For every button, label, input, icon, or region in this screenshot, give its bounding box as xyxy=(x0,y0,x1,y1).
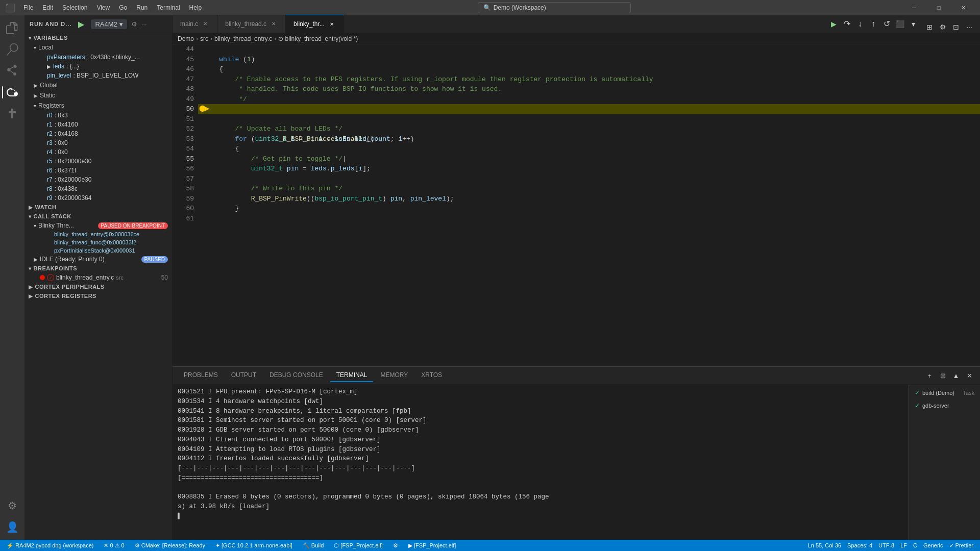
more-debug-button[interactable]: ▾ xyxy=(908,18,919,30)
status-fsp2[interactable]: ▶ [FSP_Project.elf] xyxy=(406,540,459,551)
tab-problems[interactable]: PROBLEMS xyxy=(178,369,224,382)
thread-idle[interactable]: ▶ IDLE (Ready; Priority 0) PAUSED xyxy=(24,255,172,264)
local-section[interactable]: ▾ Local xyxy=(24,42,172,53)
status-fsp1[interactable]: ⬡ [FSP_Project.elf] xyxy=(331,540,385,551)
more-editor-button[interactable]: ··· xyxy=(964,21,975,33)
status-prettier[interactable]: ✓ Prettier xyxy=(947,540,976,551)
status-language[interactable]: C xyxy=(911,540,920,551)
status-remote[interactable]: ⚡ RA4M2 pyocd dbg (workspace) xyxy=(4,540,96,551)
menu-file[interactable]: File xyxy=(19,2,37,13)
call-stack-section[interactable]: ▾ CALL STACK xyxy=(24,212,172,221)
reg-r5: r5: 0x20000e30 xyxy=(24,157,172,166)
var-leds[interactable]: ▶ leds: {...} xyxy=(24,62,172,71)
status-eol[interactable]: LF xyxy=(898,540,910,551)
menu-bar: File Edit Selection View Go Run Terminal… xyxy=(19,2,206,13)
status-build[interactable]: 🔨 Build xyxy=(300,540,326,551)
status-errors[interactable]: ✕ 0 ⚠ 0 xyxy=(101,540,127,551)
menu-terminal[interactable]: Terminal xyxy=(153,2,184,13)
step-into-button[interactable]: ↓ xyxy=(854,18,866,30)
frame-blinky-func[interactable]: blinky_thread_func@0x000033f2 xyxy=(24,238,172,246)
more-icon[interactable]: ··· xyxy=(141,20,147,28)
split-editor-button[interactable]: ⊞ xyxy=(924,21,935,33)
status-remote-text: RA4M2 pyocd dbg (workspace) xyxy=(15,542,93,548)
breadcrumb-sep-3: › xyxy=(274,35,276,42)
search-icon[interactable] xyxy=(2,39,22,60)
tab-xrtos[interactable]: XRTOS xyxy=(415,369,448,382)
debug-icon[interactable] xyxy=(2,82,22,103)
term-line-5: 0001928 I GDB server started on port 500… xyxy=(178,425,975,435)
close-panel-button[interactable]: ✕ xyxy=(964,370,975,381)
build-demo-task[interactable]: ✓ build (Demo) Task xyxy=(912,387,977,398)
frame-blinky-entry[interactable]: blinky_thread_entry@0x000036ce xyxy=(24,230,172,238)
status-spaces[interactable]: Spaces: 4 xyxy=(845,540,875,551)
term-line-6: 0004043 I Client connected to port 50000… xyxy=(178,435,975,445)
menu-run[interactable]: Run xyxy=(132,2,152,13)
extensions-icon[interactable] xyxy=(2,104,22,124)
terminal-content[interactable]: 0001521 I FPU present: FPv5-SP-D16-M [co… xyxy=(173,385,980,540)
menu-edit[interactable]: Edit xyxy=(38,2,57,13)
status-cmake[interactable]: ⚙ CMake: [Release]: Ready xyxy=(132,540,208,551)
var-pin-level: pin_level: BSP_IO_LEVEL_LOW xyxy=(24,71,172,80)
menu-view[interactable]: View xyxy=(92,2,114,13)
split-terminal-button[interactable]: ⊟ xyxy=(937,370,948,381)
status-cursor[interactable]: Ln 55, Col 36 xyxy=(805,540,844,551)
run-config-selector[interactable]: RA4M2 ▾ xyxy=(91,19,127,29)
new-terminal-button[interactable]: + xyxy=(924,370,935,381)
tab-blinky-thread-entry-close[interactable]: ✕ xyxy=(328,20,336,28)
status-gcc[interactable]: ✦ [GCC 10.2.1 arm-none-eabi] xyxy=(213,540,295,551)
variables-section[interactable]: ▾ VARIABLES xyxy=(24,33,172,42)
status-debug-run[interactable]: ⚙ xyxy=(390,540,401,551)
breadcrumb-folder[interactable]: src xyxy=(200,35,208,42)
source-control-icon[interactable] xyxy=(2,61,22,81)
breakpoint-blinky[interactable]: ✓ blinky_thread_entry.c src 50 xyxy=(24,273,172,282)
settings-button[interactable]: ⚙ xyxy=(937,21,948,33)
tab-blinky-thread-c-close[interactable]: ✕ xyxy=(270,20,278,28)
code-editor[interactable]: 44 45 46 47 48 49 50 51 52 53 54 55 56 5… xyxy=(173,44,980,366)
continue-button[interactable]: ▶ xyxy=(828,18,839,30)
code-line-61 xyxy=(198,214,980,224)
frame-port-init[interactable]: pxPortInitialiseStack@0x000031 xyxy=(24,246,172,255)
menu-go[interactable]: Go xyxy=(115,2,131,13)
tab-memory[interactable]: MEMORY xyxy=(374,369,414,382)
step-out-button[interactable]: ↑ xyxy=(868,18,879,30)
minimize-button[interactable]: ─ xyxy=(902,0,926,15)
layout-button[interactable]: ⊡ xyxy=(950,21,962,33)
gdb-server-item[interactable]: ✓ gdb-server xyxy=(912,400,977,411)
breakpoints-section[interactable]: ▾ BREAKPOINTS xyxy=(24,264,172,273)
step-over-button[interactable]: ↷ xyxy=(841,18,852,30)
cortex-peripherals-section[interactable]: ▶ CORTEX PERIPHERALS xyxy=(24,282,172,291)
tab-main-c-close[interactable]: ✕ xyxy=(201,20,209,28)
menu-selection[interactable]: Selection xyxy=(58,2,91,13)
gear-icon[interactable]: ⚙ xyxy=(131,20,137,28)
menu-help[interactable]: Help xyxy=(185,2,206,13)
tab-blinky-thread-entry[interactable]: blinky_thr... ✕ xyxy=(286,15,344,33)
chevron-down-icon: ▾ xyxy=(29,214,32,219)
tab-output[interactable]: OUTPUT xyxy=(225,369,262,382)
breadcrumb-symbol[interactable]: ⊙ blinky_thread_entry(void *) xyxy=(278,35,358,42)
watch-section[interactable]: ▶ WATCH xyxy=(24,203,172,212)
run-button[interactable]: ▶ xyxy=(76,18,87,30)
close-button[interactable]: ✕ xyxy=(951,0,975,15)
restart-button[interactable]: ↺ xyxy=(881,18,892,30)
tab-main-c[interactable]: main.c ✕ xyxy=(173,15,217,33)
status-encoding[interactable]: UTF-8 xyxy=(876,540,897,551)
settings-icon[interactable]: ⚙ xyxy=(2,495,22,516)
explorer-icon[interactable] xyxy=(2,18,22,38)
stop-button[interactable]: ⬛ xyxy=(894,18,905,30)
status-indent[interactable]: Generic xyxy=(921,540,946,551)
tab-blinky-thread-c[interactable]: blinky_thread.c ✕ xyxy=(217,15,286,33)
breadcrumb-file[interactable]: blinky_thread_entry.c xyxy=(214,35,272,42)
tab-debug-console[interactable]: DEBUG CONSOLE xyxy=(263,369,329,382)
search-bar[interactable]: 🔍 Demo (Workspace) xyxy=(478,2,631,13)
thread-blinky[interactable]: ▾ Blinky Thre... PAUSED ON BREAKPOINT xyxy=(24,221,172,230)
cortex-registers-section[interactable]: ▶ CORTEX REGISTERS xyxy=(24,291,172,300)
account-icon[interactable]: 👤 xyxy=(2,517,22,537)
static-section[interactable]: ▶ Static xyxy=(24,90,172,101)
tab-terminal[interactable]: TERMINAL xyxy=(330,369,374,382)
run-config-label: RA4M2 xyxy=(95,20,117,28)
maximize-button[interactable]: □ xyxy=(927,0,950,15)
global-section[interactable]: ▶ Global xyxy=(24,80,172,90)
maximize-panel-button[interactable]: ▲ xyxy=(950,370,962,381)
registers-section[interactable]: ▾ Registers xyxy=(24,101,172,111)
breadcrumb-workspace[interactable]: Demo xyxy=(178,35,194,42)
